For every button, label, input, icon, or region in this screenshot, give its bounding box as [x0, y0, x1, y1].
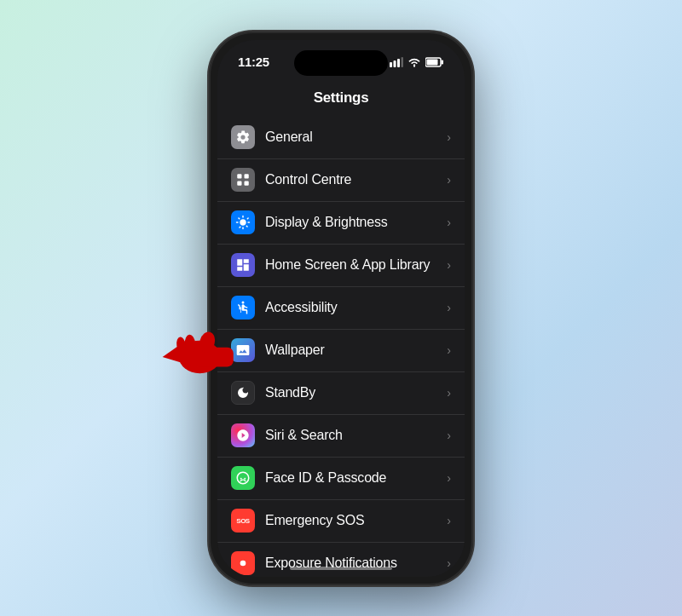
svg-rect-12: [427, 59, 438, 65]
settings-item-wallpaper[interactable]: Wallpaper ›: [217, 330, 465, 372]
emergency-label: Emergency SOS: [265, 513, 447, 528]
settings-item-exposure[interactable]: Exposure Notifications ›: [217, 543, 465, 577]
siri-label: Siri & Search: [265, 428, 447, 443]
settings-item-emergency[interactable]: SOS Emergency SOS ›: [217, 500, 465, 543]
wifi-icon: [407, 57, 421, 67]
home-screen-label: Home Screen & App Library: [265, 257, 447, 273]
general-label: General: [265, 130, 447, 145]
svg-rect-11: [442, 60, 444, 64]
exposure-icon: [231, 551, 255, 575]
accessibility-icon: [231, 296, 255, 320]
settings-item-siri[interactable]: Siri & Search ›: [217, 415, 465, 458]
svg-rect-14: [245, 174, 249, 178]
wallpaper-icon: [231, 338, 255, 362]
control-icon: [231, 168, 255, 192]
general-icon: [231, 125, 255, 149]
svg-rect-1: [193, 347, 234, 366]
accessibility-chevron: ›: [447, 301, 451, 314]
emergency-chevron: ›: [447, 514, 451, 527]
svg-rect-15: [237, 181, 241, 186]
home-indicator: [290, 567, 392, 570]
svg-rect-8: [397, 59, 400, 67]
faceid-icon: [231, 466, 255, 490]
emergency-icon: SOS: [231, 509, 255, 533]
settings-item-faceid[interactable]: Face ID & Passcode ›: [217, 458, 465, 500]
svg-rect-6: [390, 62, 392, 67]
siri-icon: [231, 423, 255, 447]
settings-title: Settings: [217, 89, 465, 107]
settings-item-control-centre[interactable]: Control Centre ›: [217, 159, 465, 202]
svg-point-18: [240, 561, 246, 567]
scene: 11:25: [209, 32, 473, 585]
signal-icon: [390, 57, 403, 67]
siri-chevron: ›: [447, 429, 451, 442]
standby-chevron: ›: [447, 386, 451, 400]
general-chevron: ›: [447, 130, 451, 144]
svg-rect-9: [402, 57, 404, 67]
settings-item-display[interactable]: Display & Brightness ›: [217, 202, 465, 245]
standby-label: StandBy: [265, 385, 447, 400]
faceid-label: Face ID & Passcode: [265, 470, 447, 486]
faceid-chevron: ›: [447, 471, 451, 485]
display-chevron: ›: [447, 216, 451, 229]
battery-icon: [425, 57, 444, 67]
status-time: 11:25: [238, 55, 269, 69]
control-label: Control Centre: [265, 172, 447, 187]
settings-item-home-screen[interactable]: Home Screen & App Library ›: [217, 245, 465, 287]
settings-item-standby[interactable]: StandBy ›: [217, 372, 465, 415]
settings-item-accessibility[interactable]: Accessibility ›: [217, 287, 465, 330]
svg-rect-16: [245, 181, 249, 186]
standby-icon: [231, 381, 255, 405]
settings-item-general[interactable]: General ›: [217, 117, 465, 159]
control-chevron: ›: [447, 173, 451, 187]
home-screen-chevron: ›: [447, 258, 451, 272]
display-icon: [231, 210, 255, 234]
accessibility-label: Accessibility: [265, 300, 447, 315]
settings-list: General › Control Centre › Display: [217, 117, 465, 577]
status-icons: [390, 57, 444, 67]
dynamic-island: [294, 50, 388, 76]
svg-rect-13: [237, 174, 241, 178]
home-screen-icon: [231, 253, 255, 277]
phone-frame: 11:25: [209, 32, 473, 585]
red-arrow-pointer: [158, 321, 234, 384]
svg-rect-7: [394, 60, 396, 67]
exposure-chevron: ›: [447, 556, 451, 570]
wallpaper-label: Wallpaper: [265, 343, 447, 358]
wallpaper-chevron: ›: [447, 343, 451, 357]
phone-screen: 11:25: [217, 40, 465, 577]
display-label: Display & Brightness: [265, 215, 447, 230]
svg-point-17: [242, 302, 245, 304]
